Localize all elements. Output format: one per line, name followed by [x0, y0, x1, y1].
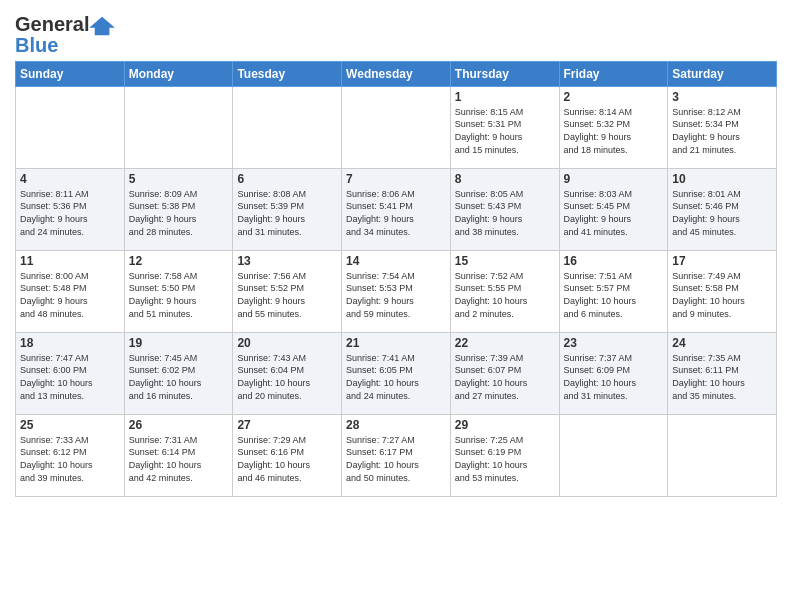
day-info: Sunrise: 7:52 AM Sunset: 5:55 PM Dayligh…: [455, 270, 555, 320]
day-number: 28: [346, 418, 446, 432]
day-number: 9: [564, 172, 664, 186]
calendar-cell: 25Sunrise: 7:33 AM Sunset: 6:12 PM Dayli…: [16, 414, 125, 496]
calendar-cell: 24Sunrise: 7:35 AM Sunset: 6:11 PM Dayli…: [668, 332, 777, 414]
calendar-cell: 26Sunrise: 7:31 AM Sunset: 6:14 PM Dayli…: [124, 414, 233, 496]
day-info: Sunrise: 8:06 AM Sunset: 5:41 PM Dayligh…: [346, 188, 446, 238]
header: General Blue: [15, 10, 777, 55]
day-info: Sunrise: 7:31 AM Sunset: 6:14 PM Dayligh…: [129, 434, 229, 484]
calendar-cell: 14Sunrise: 7:54 AM Sunset: 5:53 PM Dayli…: [342, 250, 451, 332]
day-info: Sunrise: 7:51 AM Sunset: 5:57 PM Dayligh…: [564, 270, 664, 320]
day-info: Sunrise: 7:33 AM Sunset: 6:12 PM Dayligh…: [20, 434, 120, 484]
calendar-cell: 29Sunrise: 7:25 AM Sunset: 6:19 PM Dayli…: [450, 414, 559, 496]
logo: General Blue: [15, 14, 117, 55]
day-header-monday: Monday: [124, 61, 233, 86]
day-info: Sunrise: 8:00 AM Sunset: 5:48 PM Dayligh…: [20, 270, 120, 320]
calendar-cell: [342, 86, 451, 168]
page-container: General Blue SundayMondayTuesdayWednesda…: [0, 0, 792, 507]
day-info: Sunrise: 7:56 AM Sunset: 5:52 PM Dayligh…: [237, 270, 337, 320]
day-info: Sunrise: 8:15 AM Sunset: 5:31 PM Dayligh…: [455, 106, 555, 156]
week-row-1: 1Sunrise: 8:15 AM Sunset: 5:31 PM Daylig…: [16, 86, 777, 168]
calendar-cell: 6Sunrise: 8:08 AM Sunset: 5:39 PM Daylig…: [233, 168, 342, 250]
week-row-4: 18Sunrise: 7:47 AM Sunset: 6:00 PM Dayli…: [16, 332, 777, 414]
day-header-saturday: Saturday: [668, 61, 777, 86]
logo-blue: Blue: [15, 35, 117, 55]
calendar-cell: 20Sunrise: 7:43 AM Sunset: 6:04 PM Dayli…: [233, 332, 342, 414]
day-info: Sunrise: 7:37 AM Sunset: 6:09 PM Dayligh…: [564, 352, 664, 402]
day-number: 19: [129, 336, 229, 350]
day-number: 15: [455, 254, 555, 268]
day-number: 4: [20, 172, 120, 186]
day-header-friday: Friday: [559, 61, 668, 86]
day-number: 5: [129, 172, 229, 186]
calendar-cell: 16Sunrise: 7:51 AM Sunset: 5:57 PM Dayli…: [559, 250, 668, 332]
calendar-cell: 2Sunrise: 8:14 AM Sunset: 5:32 PM Daylig…: [559, 86, 668, 168]
day-info: Sunrise: 7:45 AM Sunset: 6:02 PM Dayligh…: [129, 352, 229, 402]
week-row-2: 4Sunrise: 8:11 AM Sunset: 5:36 PM Daylig…: [16, 168, 777, 250]
calendar-table: SundayMondayTuesdayWednesdayThursdayFrid…: [15, 61, 777, 497]
day-number: 12: [129, 254, 229, 268]
calendar-cell: 10Sunrise: 8:01 AM Sunset: 5:46 PM Dayli…: [668, 168, 777, 250]
day-number: 14: [346, 254, 446, 268]
calendar-cell: 21Sunrise: 7:41 AM Sunset: 6:05 PM Dayli…: [342, 332, 451, 414]
calendar-cell: 9Sunrise: 8:03 AM Sunset: 5:45 PM Daylig…: [559, 168, 668, 250]
day-info: Sunrise: 8:11 AM Sunset: 5:36 PM Dayligh…: [20, 188, 120, 238]
day-info: Sunrise: 8:01 AM Sunset: 5:46 PM Dayligh…: [672, 188, 772, 238]
calendar-cell: 19Sunrise: 7:45 AM Sunset: 6:02 PM Dayli…: [124, 332, 233, 414]
calendar-cell: 1Sunrise: 8:15 AM Sunset: 5:31 PM Daylig…: [450, 86, 559, 168]
calendar-cell: 4Sunrise: 8:11 AM Sunset: 5:36 PM Daylig…: [16, 168, 125, 250]
calendar-cell: 18Sunrise: 7:47 AM Sunset: 6:00 PM Dayli…: [16, 332, 125, 414]
day-header-tuesday: Tuesday: [233, 61, 342, 86]
day-info: Sunrise: 8:03 AM Sunset: 5:45 PM Dayligh…: [564, 188, 664, 238]
day-number: 7: [346, 172, 446, 186]
day-number: 11: [20, 254, 120, 268]
day-info: Sunrise: 7:49 AM Sunset: 5:58 PM Dayligh…: [672, 270, 772, 320]
day-number: 10: [672, 172, 772, 186]
day-info: Sunrise: 7:47 AM Sunset: 6:00 PM Dayligh…: [20, 352, 120, 402]
day-info: Sunrise: 7:29 AM Sunset: 6:16 PM Dayligh…: [237, 434, 337, 484]
day-number: 23: [564, 336, 664, 350]
calendar-cell: [124, 86, 233, 168]
day-number: 13: [237, 254, 337, 268]
day-number: 29: [455, 418, 555, 432]
day-number: 6: [237, 172, 337, 186]
day-info: Sunrise: 7:41 AM Sunset: 6:05 PM Dayligh…: [346, 352, 446, 402]
day-number: 3: [672, 90, 772, 104]
day-info: Sunrise: 8:12 AM Sunset: 5:34 PM Dayligh…: [672, 106, 772, 156]
day-number: 21: [346, 336, 446, 350]
calendar-cell: 17Sunrise: 7:49 AM Sunset: 5:58 PM Dayli…: [668, 250, 777, 332]
day-info: Sunrise: 7:54 AM Sunset: 5:53 PM Dayligh…: [346, 270, 446, 320]
calendar-cell: 22Sunrise: 7:39 AM Sunset: 6:07 PM Dayli…: [450, 332, 559, 414]
calendar-cell: 8Sunrise: 8:05 AM Sunset: 5:43 PM Daylig…: [450, 168, 559, 250]
calendar-cell: 28Sunrise: 7:27 AM Sunset: 6:17 PM Dayli…: [342, 414, 451, 496]
calendar-cell: [16, 86, 125, 168]
day-number: 20: [237, 336, 337, 350]
day-info: Sunrise: 8:09 AM Sunset: 5:38 PM Dayligh…: [129, 188, 229, 238]
day-number: 26: [129, 418, 229, 432]
day-number: 16: [564, 254, 664, 268]
day-info: Sunrise: 8:05 AM Sunset: 5:43 PM Dayligh…: [455, 188, 555, 238]
calendar-cell: [668, 414, 777, 496]
day-number: 1: [455, 90, 555, 104]
day-header-thursday: Thursday: [450, 61, 559, 86]
day-info: Sunrise: 7:39 AM Sunset: 6:07 PM Dayligh…: [455, 352, 555, 402]
day-info: Sunrise: 7:25 AM Sunset: 6:19 PM Dayligh…: [455, 434, 555, 484]
day-number: 17: [672, 254, 772, 268]
day-number: 25: [20, 418, 120, 432]
day-header-wednesday: Wednesday: [342, 61, 451, 86]
day-number: 2: [564, 90, 664, 104]
calendar-cell: 23Sunrise: 7:37 AM Sunset: 6:09 PM Dayli…: [559, 332, 668, 414]
calendar-cell: [559, 414, 668, 496]
week-row-3: 11Sunrise: 8:00 AM Sunset: 5:48 PM Dayli…: [16, 250, 777, 332]
calendar-cell: [233, 86, 342, 168]
calendar-cell: 27Sunrise: 7:29 AM Sunset: 6:16 PM Dayli…: [233, 414, 342, 496]
day-number: 27: [237, 418, 337, 432]
day-number: 22: [455, 336, 555, 350]
day-info: Sunrise: 7:35 AM Sunset: 6:11 PM Dayligh…: [672, 352, 772, 402]
calendar-cell: 3Sunrise: 8:12 AM Sunset: 5:34 PM Daylig…: [668, 86, 777, 168]
svg-marker-0: [90, 17, 116, 35]
day-header-sunday: Sunday: [16, 61, 125, 86]
calendar-cell: 12Sunrise: 7:58 AM Sunset: 5:50 PM Dayli…: [124, 250, 233, 332]
week-row-5: 25Sunrise: 7:33 AM Sunset: 6:12 PM Dayli…: [16, 414, 777, 496]
day-info: Sunrise: 7:43 AM Sunset: 6:04 PM Dayligh…: [237, 352, 337, 402]
header-row: SundayMondayTuesdayWednesdayThursdayFrid…: [16, 61, 777, 86]
